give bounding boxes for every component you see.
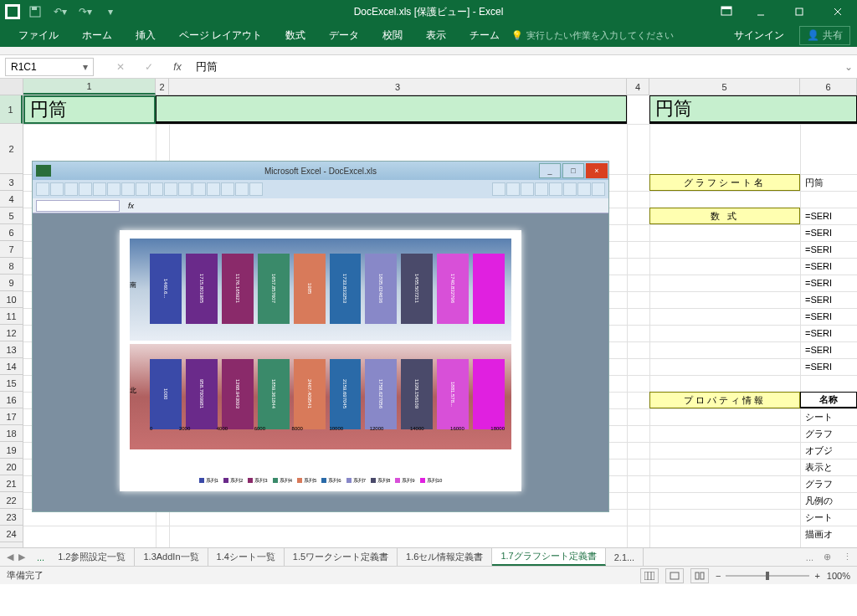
tab-insert[interactable]: 挿入 xyxy=(124,23,167,47)
save-button[interactable] xyxy=(25,2,45,22)
row-header-6[interactable]: 6 xyxy=(0,224,23,241)
prop-7[interactable]: 描画オ xyxy=(802,526,857,542)
row-header-18[interactable]: 18 xyxy=(0,425,23,442)
col-header-2[interactable]: 2 xyxy=(156,79,169,95)
tab-file[interactable]: ファイル xyxy=(7,23,70,47)
value-series-11[interactable]: =SERI xyxy=(802,325,857,341)
formula-input[interactable]: 円筒 xyxy=(187,59,840,74)
signin-link[interactable]: サインイン xyxy=(726,28,793,43)
col-header-1[interactable]: 1 xyxy=(23,79,156,95)
value-series-10[interactable]: =SERI xyxy=(802,308,857,325)
row-header-8[interactable]: 8 xyxy=(0,258,23,275)
sheet-nav-more-right[interactable]: ... xyxy=(803,552,817,562)
tab-formulas[interactable]: 数式 xyxy=(274,23,317,47)
value-series-9[interactable]: =SERI xyxy=(802,291,857,308)
row-header-13[interactable]: 13 xyxy=(0,341,23,358)
cell-B1-merged[interactable] xyxy=(156,95,627,124)
value-series-4[interactable]: =SERI xyxy=(802,208,857,224)
row-header-9[interactable]: 9 xyxy=(0,275,23,291)
cell-A1[interactable]: 円筒 xyxy=(23,95,156,124)
prop-5[interactable]: 凡例の xyxy=(802,492,857,509)
row-header-10[interactable]: 10 xyxy=(0,291,23,308)
prop-1[interactable]: グラフ xyxy=(802,425,857,442)
expand-formula-bar[interactable]: ⌄ xyxy=(840,61,857,73)
view-pagelayout-button[interactable] xyxy=(665,568,684,583)
value-series-6[interactable]: =SERI xyxy=(802,241,857,258)
sheet-tab[interactable]: 2.1... xyxy=(606,548,644,566)
close-button[interactable] xyxy=(819,0,857,23)
prop-2[interactable]: オブジ xyxy=(802,442,857,459)
sheet-tab[interactable]: 1.4シート一覧 xyxy=(208,548,285,566)
value-series-13[interactable]: =SERI xyxy=(802,358,857,375)
zoom-slider[interactable]: − + xyxy=(716,571,820,581)
tab-data[interactable]: データ xyxy=(317,23,371,47)
tab-view[interactable]: 表示 xyxy=(414,23,458,47)
sheet-tab[interactable]: 1.2参照設定一覧 xyxy=(49,548,135,566)
cell-E1[interactable]: 円筒 xyxy=(649,95,857,124)
zoom-out-button[interactable]: − xyxy=(716,571,721,581)
maximize-button[interactable] xyxy=(780,0,819,23)
select-all-corner[interactable] xyxy=(0,79,23,95)
tell-me-search[interactable]: 💡 実行したい作業を入力してください xyxy=(511,29,674,42)
name-box[interactable]: R1C1 ▾ xyxy=(5,58,94,76)
sheet-tab[interactable]: 1.7グラフシート定義書 xyxy=(492,548,605,566)
zoom-level[interactable]: 100% xyxy=(827,571,850,581)
sheet-tab[interactable]: 1.6セル情報定義書 xyxy=(398,548,492,566)
row-header-20[interactable]: 20 xyxy=(0,459,23,475)
col-header-3[interactable]: 3 xyxy=(169,79,627,95)
share-button[interactable]: 👤 共有 xyxy=(799,26,850,45)
col-header-6[interactable]: 6 xyxy=(800,79,857,95)
value-series-5[interactable]: =SERI xyxy=(802,224,857,241)
value-graph-sheet[interactable]: 円筒 xyxy=(802,174,857,191)
row-header-1[interactable]: 1 xyxy=(0,95,23,124)
sheet-tab[interactable]: 1.3AddIn一覧 xyxy=(135,548,208,566)
row-header-15[interactable]: 15 xyxy=(0,375,23,392)
row-header-22[interactable]: 22 xyxy=(0,492,23,509)
view-pagebreak-button[interactable] xyxy=(690,568,709,583)
zoom-track[interactable] xyxy=(726,575,809,577)
sheet-nav-prev[interactable]: ◀ xyxy=(7,552,13,562)
new-sheet-button[interactable]: ⊕ xyxy=(817,552,838,562)
insert-function-button[interactable]: fx xyxy=(167,61,187,73)
tab-pagelayout[interactable]: ページ レイアウト xyxy=(167,23,274,47)
cancel-formula-button[interactable]: ✕ xyxy=(110,61,131,73)
sheet-tab[interactable]: 1.5ワークシート定義書 xyxy=(285,548,398,566)
tab-team[interactable]: チーム xyxy=(458,23,511,47)
redo-button[interactable]: ↷▾ xyxy=(75,2,95,22)
name-box-dropdown-icon[interactable]: ▾ xyxy=(83,61,88,73)
value-series-8[interactable]: =SERI xyxy=(802,275,857,291)
qat-customize[interactable]: ▾ xyxy=(100,2,121,22)
row-header-7[interactable]: 7 xyxy=(0,241,23,258)
prop-0[interactable]: シート xyxy=(802,408,857,425)
prop-6[interactable]: シート xyxy=(802,509,857,526)
sheet-nav-next[interactable]: ▶ xyxy=(18,552,25,562)
prop-4[interactable]: グラフ xyxy=(802,475,857,492)
enter-formula-button[interactable]: ✓ xyxy=(139,61,159,73)
row-header-4[interactable]: 4 xyxy=(0,191,23,208)
prop-3[interactable]: 表示と xyxy=(802,459,857,475)
value-series-7[interactable]: =SERI xyxy=(802,258,857,275)
row-header-24[interactable]: 24 xyxy=(0,526,23,542)
col-header-5[interactable]: 5 xyxy=(649,79,800,95)
minimize-button[interactable] xyxy=(742,0,780,23)
value-series-12[interactable]: =SERI xyxy=(802,341,857,358)
view-normal-button[interactable] xyxy=(640,568,659,583)
row-header-17[interactable]: 17 xyxy=(0,408,23,425)
row-header-5[interactable]: 5 xyxy=(0,208,23,224)
row-header-14[interactable]: 14 xyxy=(0,358,23,375)
row-header-2[interactable]: 2 xyxy=(0,124,23,174)
spreadsheet-grid[interactable]: 1 2 3 4 5 6 1 2 3 4 5 6 7 8 9 10 11 12 1… xyxy=(0,79,857,547)
row-header-16[interactable]: 16 xyxy=(0,392,23,408)
undo-button[interactable]: ↶▾ xyxy=(50,2,70,22)
sheet-tabs-options[interactable]: ⋮ xyxy=(838,552,857,562)
tab-home[interactable]: ホーム xyxy=(70,23,124,47)
row-header-3[interactable]: 3 xyxy=(0,174,23,191)
row-header-19[interactable]: 19 xyxy=(0,442,23,459)
row-header-21[interactable]: 21 xyxy=(0,475,23,492)
sheet-nav-more[interactable]: ... xyxy=(32,552,49,562)
tab-review[interactable]: 校閲 xyxy=(371,23,414,47)
cells-area[interactable]: 円筒 円筒 グラフシート名 円筒 数 式 =SERI =SERI =SERI =… xyxy=(23,95,857,547)
row-header-11[interactable]: 11 xyxy=(0,308,23,325)
ribbon-options-button[interactable] xyxy=(711,0,742,23)
zoom-thumb[interactable] xyxy=(766,572,769,580)
